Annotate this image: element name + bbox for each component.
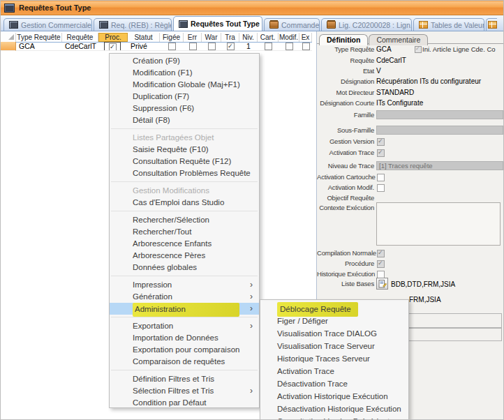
column-header-proc[interactable]: Proc.: [98, 33, 128, 42]
menu-item[interactable]: Gestion Modifications ›: [110, 185, 259, 197]
tab-req-reb-regles[interactable]: Req. (REB) : Règles DIA...: [94, 18, 172, 31]
menu-item[interactable]: Modification Globale (Maj+F1) ›: [110, 79, 259, 91]
proc-checkbox[interactable]: [109, 43, 117, 51]
menu-item[interactable]: Consultation Requête (F12) ›: [110, 156, 259, 167]
menu-item-label: Création (F9): [133, 57, 180, 65]
submenu-item[interactable]: Consultation Version Précédente: [260, 415, 408, 420]
menu-item-label: Consultation Requête (F12): [133, 157, 231, 165]
tab-cut-off[interactable]: [486, 18, 497, 31]
menu-item[interactable]: Détail (F8) ›: [110, 114, 259, 126]
tab-gestion-commerciale[interactable]: Gestion Commerciale ...: [3, 18, 92, 31]
menu-item[interactable]: Duplication (F7) ›: [110, 91, 259, 103]
menu-item-administration[interactable]: Administration ›: [110, 303, 259, 315]
submenu-arrow-icon: ›: [250, 291, 253, 303]
column-header-war[interactable]: War: [202, 33, 221, 42]
menu-item[interactable]: ›: [110, 315, 259, 320]
field-label: Objectif Requête: [317, 194, 374, 202]
menu-item[interactable]: Saisie Requête (F10) ›: [110, 144, 259, 156]
cart-checkbox[interactable]: [265, 43, 272, 50]
menu-item[interactable]: ›: [110, 209, 259, 214]
activation-trace-checkbox[interactable]: [377, 149, 385, 157]
ini-checkbox[interactable]: [415, 46, 422, 53]
menu-item[interactable]: ›: [110, 368, 259, 373]
submenu-item-deblocage-requete[interactable]: Déblocage Requête: [260, 302, 408, 315]
field-label: Sous-Famille: [317, 126, 374, 134]
column-header-err[interactable]: Err: [184, 33, 202, 42]
column-header-modif[interactable]: Modif.: [279, 33, 299, 42]
column-header-cart[interactable]: Cart.: [258, 33, 279, 42]
menu-item[interactable]: Création (F9) ›: [110, 55, 259, 67]
menu-item-label: Impression: [133, 280, 172, 289]
tab-commentaire[interactable]: Commentaire: [369, 34, 428, 45]
submenu-item[interactable]: Activation Historique Exécution: [260, 390, 408, 403]
column-header-type-requete[interactable]: Type Requête: [16, 33, 62, 42]
submenu-item[interactable]: Activation Trace: [260, 365, 408, 377]
modif-checkbox[interactable]: [286, 43, 293, 50]
column-header-statut[interactable]: Statut: [128, 33, 160, 42]
select-all-cell[interactable]: [1, 33, 16, 42]
menu-item[interactable]: Impression ›: [110, 279, 259, 291]
tab-commandes[interactable]: Commandes: [264, 18, 320, 31]
column-header-niv[interactable]: Niv.: [239, 33, 258, 42]
menu-item[interactable]: Génération ›: [110, 291, 259, 303]
err-checkbox[interactable]: [189, 43, 197, 50]
war-checkbox[interactable]: [208, 43, 216, 50]
procedure-checkbox[interactable]: [377, 260, 385, 268]
menu-item[interactable]: Suppression (F6) ›: [110, 103, 259, 114]
menu-item[interactable]: Rechercher/Tout ›: [110, 226, 259, 238]
submenu-item[interactable]: Désactivation Historique Exécution: [260, 403, 408, 415]
menu-item[interactable]: Définition Filtres et Tris ›: [110, 373, 259, 385]
tab-lig-c20200028[interactable]: Lig. C20200028 : Lign...: [321, 18, 412, 31]
menu-item[interactable]: Importation de Données ›: [110, 332, 259, 344]
tab-label: Commandes: [281, 21, 320, 29]
column-header-ex[interactable]: Ex: [299, 33, 312, 42]
menu-item-label: Détail (F8): [133, 116, 170, 124]
focus-marquee: [104, 42, 121, 51]
tab-definition[interactable]: Définition: [319, 34, 368, 45]
column-header-requete[interactable]: Requête: [62, 33, 98, 42]
menu-item[interactable]: Consultation Problèmes Requête ›: [110, 167, 259, 179]
submenu-item-label: Activation Historique Exécution: [277, 392, 388, 400]
menu-item[interactable]: Cas d'Emploi dans Studio ›: [110, 197, 259, 209]
column-header-figee[interactable]: Figée: [160, 33, 184, 42]
monitor-icon: [9, 21, 18, 29]
menu-item[interactable]: Rechercher/Sélection ›: [110, 214, 259, 226]
compilation-normale-checkbox[interactable]: [377, 250, 385, 257]
activation-modif-checkbox[interactable]: [377, 184, 385, 192]
row-selector-cell[interactable]: [1, 42, 16, 51]
menu-item[interactable]: Modification (F1) ›: [110, 67, 259, 79]
submenu-item[interactable]: Visualisation Trace DIALOG: [260, 327, 408, 340]
niveau-de-trace-field[interactable]: [1] Traces requête: [376, 161, 503, 170]
menu-item[interactable]: ›: [110, 126, 259, 132]
gestion-version-checkbox[interactable]: [377, 138, 385, 146]
menu-item[interactable]: Condition par Défaut ›: [110, 397, 259, 409]
application-window: Requêtes Tout Type Gestion Commerciale .…: [0, 0, 504, 420]
submenu-item[interactable]: Désactivation Trace: [260, 377, 408, 390]
tab-requetes-tout-type[interactable]: Requêtes Tout Type: [173, 16, 262, 31]
menu-item[interactable]: Listes Partagées Objet ›: [110, 132, 259, 144]
tab-tables-de-valeurs[interactable]: Tables de Valeurs: [413, 18, 484, 31]
menu-item[interactable]: Données globales ›: [110, 262, 259, 273]
menu-item[interactable]: Comparaison de requêtes ›: [110, 356, 259, 368]
ex-checkbox[interactable]: [302, 43, 310, 50]
menu-item-label: Exportation pour comparaison: [133, 345, 239, 354]
famille-field[interactable]: [376, 110, 503, 119]
submenu-item[interactable]: Historique Traces Serveur: [260, 352, 408, 365]
menu-item[interactable]: Exportation ›: [110, 320, 259, 332]
sous-famille-field[interactable]: [376, 126, 503, 135]
menu-item[interactable]: Exportation pour comparaison ›: [110, 344, 259, 356]
menu-item[interactable]: ›: [110, 273, 259, 279]
figee-checkbox[interactable]: [168, 43, 176, 50]
column-header-tra[interactable]: Tra: [221, 33, 239, 42]
activation-cartouche-checkbox[interactable]: [377, 174, 385, 181]
contexte-execution-textarea[interactable]: [376, 202, 501, 246]
menu-item[interactable]: Sélection Filtres et Tris ›: [110, 385, 259, 397]
menu-item[interactable]: ›: [110, 179, 259, 185]
tra-checkbox[interactable]: [227, 43, 235, 50]
window-icon: [4, 3, 15, 13]
submenu-item[interactable]: Visualisation Trace Serveur: [260, 340, 408, 352]
menu-item[interactable]: Arborescence Enfants ›: [110, 238, 259, 250]
liste-bases-picker-button[interactable]: [376, 278, 388, 290]
menu-item[interactable]: Arborescence Pères ›: [110, 250, 259, 262]
table-row[interactable]: GCA CdeCarlT Privé 1: [1, 42, 312, 51]
